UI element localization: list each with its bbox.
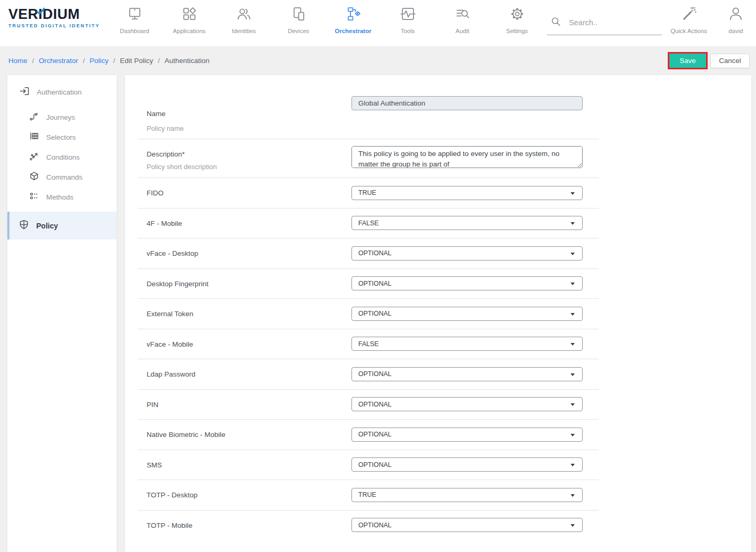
- shield-icon: [18, 219, 29, 232]
- sidebar-item-authentication[interactable]: Authentication: [7, 75, 117, 107]
- native-biometric-mobile-label: Native Biometric - Mobile: [147, 431, 225, 439]
- sidebar-item-policy[interactable]: Policy: [7, 212, 117, 239]
- breadcrumb-separator: /: [32, 57, 34, 65]
- name-sublabel: Policy name: [147, 124, 351, 132]
- breadcrumb-edit-policy: Edit Policy: [120, 57, 153, 65]
- brand-text: VERIDIUM: [8, 7, 100, 22]
- nav-item-applications[interactable]: Applications: [162, 0, 216, 34]
- form-row-native-biometric-mobile: Native Biometric - Mobile OPTIONAL: [147, 420, 751, 450]
- nav-item-identities[interactable]: Identities: [216, 0, 271, 34]
- breadcrumb-bar: Home / Orchestrator / Policy / Edit Poli…: [0, 46, 756, 75]
- quick-actions-button[interactable]: Quick Actions: [662, 0, 716, 34]
- dashboard-icon: [127, 6, 143, 24]
- chevron-down-icon: [571, 494, 575, 497]
- orchestrator-icon: [345, 6, 361, 24]
- nav-item-tools[interactable]: Tools: [380, 0, 435, 34]
- breadcrumb-orchestrator[interactable]: Orchestrator: [39, 57, 78, 65]
- ldap-password-label: Ldap Password: [147, 370, 195, 378]
- chevron-down-icon: [571, 253, 575, 255]
- top-header: VERIDIUM TRUSTED DIGITAL IDENTITY Dashbo…: [0, 0, 756, 46]
- form-row-vface-desktop: vFace - Desktop OPTIONAL: [147, 238, 751, 268]
- external-token-select[interactable]: OPTIONAL: [351, 307, 583, 321]
- vface-desktop-label: vFace - Desktop: [147, 249, 198, 257]
- page: VERIDIUM TRUSTED DIGITAL IDENTITY Dashbo…: [0, 0, 756, 552]
- form-row-totp-mobile: TOTP - Mobile OPTIONAL: [147, 511, 751, 540]
- branch-icon: [29, 151, 39, 163]
- vface-mobile-label: vFace - Mobile: [147, 340, 193, 348]
- policy-name-input[interactable]: [351, 96, 583, 110]
- main-area: Authentication Journeys Selectors Condit…: [0, 75, 756, 552]
- sidebar-item-journeys[interactable]: Journeys: [7, 107, 117, 127]
- logo-check-icon: [36, 3, 45, 17]
- pin-label: PIN: [147, 401, 159, 409]
- cancel-button[interactable]: Cancel: [710, 54, 750, 68]
- breadcrumb-separator: /: [113, 57, 116, 65]
- vface-mobile-select[interactable]: FALSE: [351, 337, 583, 351]
- sidebar-item-methods[interactable]: Methods: [7, 187, 117, 207]
- name-label: Name: [147, 110, 351, 118]
- name-field-group: Name Policy name: [147, 86, 751, 139]
- breadcrumb-home[interactable]: Home: [8, 57, 27, 65]
- policy-form: Name Policy name Description* This polic…: [125, 86, 751, 540]
- nav-item-dashboard[interactable]: Dashboard: [107, 0, 162, 34]
- nav-item-orchestrator[interactable]: Orchestrator: [326, 0, 380, 34]
- chevron-down-icon: [571, 222, 575, 225]
- form-row-4f-mobile: 4F - Mobile FALSE: [147, 209, 751, 238]
- fido-label: FIDO: [147, 189, 163, 197]
- main-nav: Dashboard Applications Identities Device…: [107, 0, 544, 34]
- global-search: [547, 16, 662, 35]
- audit-icon: [454, 6, 471, 24]
- user-menu[interactable]: david: [716, 0, 756, 34]
- cube-icon: [29, 171, 39, 183]
- chevron-down-icon: [571, 373, 575, 376]
- sms-select[interactable]: OPTIONAL: [351, 457, 583, 472]
- external-token-label: External Token: [147, 310, 193, 318]
- nav-item-audit[interactable]: Audit: [435, 0, 490, 34]
- sidebar-item-selectors[interactable]: Selectors: [7, 127, 117, 147]
- vface-desktop-select[interactable]: OPTIONAL: [351, 246, 583, 261]
- ldap-password-select[interactable]: OPTIONAL: [351, 367, 583, 381]
- form-row-sms: SMS OPTIONAL: [147, 450, 751, 480]
- fido-select[interactable]: TRUE: [351, 186, 583, 200]
- search-input[interactable]: [569, 18, 653, 27]
- chevron-down-icon: [571, 343, 575, 346]
- totp-mobile-label: TOTP - Mobile: [147, 522, 192, 529]
- desktop-fingerprint-label: Desktop Fingerprint: [147, 280, 209, 288]
- user-avatar-icon: [728, 6, 744, 24]
- chevron-down-icon: [571, 192, 575, 195]
- 4f-mobile-select[interactable]: FALSE: [351, 216, 583, 230]
- policy-description-textarea[interactable]: This policy is going to be applied to ev…: [351, 146, 583, 168]
- breadcrumb-policy[interactable]: Policy: [90, 57, 109, 65]
- page-actions: Save Cancel: [668, 52, 750, 69]
- search-icon[interactable]: [550, 16, 562, 29]
- applications-icon: [181, 6, 198, 24]
- nav-item-devices[interactable]: Devices: [271, 0, 326, 34]
- chevron-down-icon: [571, 434, 575, 436]
- veridium-logo[interactable]: VERIDIUM TRUSTED DIGITAL IDENTITY: [8, 7, 100, 28]
- breadcrumb: Home / Orchestrator / Policy / Edit Poli…: [8, 57, 210, 65]
- dots-grid-icon: [29, 191, 39, 203]
- form-row-desktop-fingerprint: Desktop Fingerprint OPTIONAL: [147, 269, 751, 299]
- totp-desktop-select[interactable]: TRUE: [351, 488, 583, 502]
- table-grid-icon: [29, 131, 39, 143]
- sidebar-item-conditions[interactable]: Conditions: [7, 147, 117, 167]
- 4f-mobile-label: 4F - Mobile: [147, 220, 182, 227]
- breadcrumb-separator: /: [158, 57, 160, 65]
- chevron-down-icon: [571, 403, 575, 406]
- sidebar-item-commands[interactable]: Commands: [7, 167, 117, 187]
- native-biometric-mobile-select[interactable]: OPTIONAL: [351, 428, 583, 442]
- pin-select[interactable]: OPTIONAL: [351, 397, 583, 411]
- brand-tagline: TRUSTED DIGITAL IDENTITY: [8, 23, 100, 28]
- journey-route-icon: [29, 111, 39, 123]
- form-row-ldap-password: Ldap Password OPTIONAL: [147, 359, 751, 389]
- form-row-pin: PIN OPTIONAL: [147, 390, 751, 420]
- description-label: Description*: [147, 150, 351, 158]
- desktop-fingerprint-select[interactable]: OPTIONAL: [351, 276, 583, 290]
- breadcrumb-separator: /: [83, 57, 85, 65]
- save-button[interactable]: Save: [669, 54, 706, 68]
- form-row-fido: FIDO TRUE: [147, 178, 751, 208]
- form-row-totp-desktop: TOTP - Desktop TRUE: [147, 480, 751, 510]
- totp-mobile-select[interactable]: OPTIONAL: [351, 518, 583, 532]
- policy-form-panel: Name Policy name Description* This polic…: [125, 75, 751, 552]
- nav-item-settings[interactable]: Settings: [490, 0, 544, 34]
